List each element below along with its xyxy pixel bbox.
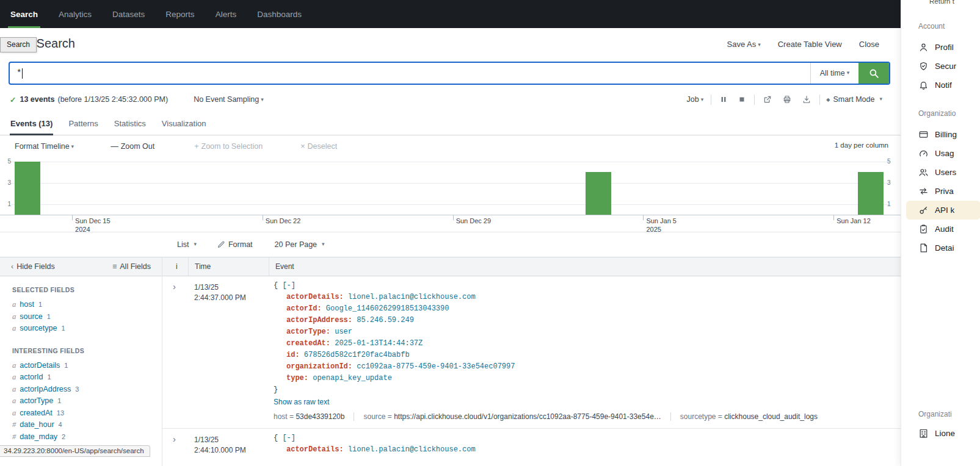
- expand-row-button[interactable]: ›: [173, 281, 176, 292]
- nav-item-search[interactable]: Search: [0, 0, 48, 28]
- minus-icon: —: [111, 142, 118, 151]
- field-item-actorid[interactable]: aactorId1: [12, 371, 162, 384]
- settings-item-notif[interactable]: Notif: [901, 76, 980, 95]
- return-link[interactable]: Return t: [929, 0, 954, 5]
- users-icon: [918, 167, 929, 177]
- tab-statistics[interactable]: Statistics: [106, 112, 154, 135]
- settings-item-usag[interactable]: Usag: [901, 144, 980, 163]
- field-link-date-mday[interactable]: date_mday: [20, 432, 57, 441]
- field-link-source[interactable]: source: [20, 312, 43, 321]
- search-input[interactable]: *: [10, 63, 810, 84]
- interesting-fields-list: aactorDetails1aactorId1aactorIpAddress3a…: [12, 360, 162, 443]
- meta-field-value[interactable]: https://api.clickhouse.cloud/v1/organiza…: [394, 412, 661, 421]
- page-header: New Search Save As▾ Create Table View Cl…: [0, 28, 901, 61]
- field-link-date-hour[interactable]: date_hour: [20, 420, 54, 429]
- chevron-left-icon: ‹: [11, 262, 13, 271]
- meta-field-value[interactable]: clickhouse_cloud_audit_logs: [724, 412, 818, 421]
- field-item-createdat[interactable]: acreatedAt13: [12, 407, 162, 420]
- plus-icon: +: [194, 142, 198, 151]
- create-table-view-button[interactable]: Create Table View: [778, 40, 842, 49]
- search-submit-button[interactable]: [858, 63, 889, 84]
- save-as-button[interactable]: Save As▾: [727, 40, 760, 49]
- browser-link-preview: 34.29.223.20:8000/en-US/app/search/searc…: [0, 445, 150, 457]
- nav-item-datasets[interactable]: Datasets: [102, 0, 155, 28]
- export-button[interactable]: [800, 93, 813, 106]
- settings-item-profil[interactable]: Profil: [901, 38, 980, 57]
- settings-item-priva[interactable]: Priva: [901, 182, 980, 201]
- json-field-line: type: openapi_key_update: [274, 373, 895, 384]
- hide-fields-button[interactable]: ‹Hide Fields: [11, 262, 55, 271]
- job-menu[interactable]: Job▾: [687, 95, 704, 104]
- settings-item-api-k[interactable]: API k: [906, 201, 980, 220]
- json-value: cc1092aa-8775-459e-9401-33e54ec07997: [352, 362, 515, 371]
- settings-item-billing[interactable]: Billing: [901, 125, 980, 144]
- share-button[interactable]: [761, 93, 774, 106]
- timeline-bar-1[interactable]: [586, 172, 611, 215]
- field-link-host[interactable]: host: [20, 300, 34, 309]
- fields-list: SELECTED FIELDS ahost1asource1asourcetyp…: [0, 276, 162, 443]
- format-timeline-dropdown[interactable]: Format Timeline▾: [15, 142, 74, 151]
- selected-fields-title: SELECTED FIELDS: [12, 286, 162, 293]
- field-item-actoripaddress[interactable]: aactorIpAddress3: [12, 384, 162, 396]
- tab-events-13[interactable]: Events (13): [2, 112, 60, 135]
- meta-field-source: source = https://api.clickhouse.cloud/v1…: [354, 412, 670, 421]
- nav-item-dashboards[interactable]: Dashboards: [247, 0, 312, 28]
- smart-mode-icon: ◆: [826, 97, 830, 102]
- print-button[interactable]: [780, 93, 794, 106]
- swap-icon: [918, 186, 929, 196]
- pause-job-button[interactable]: [717, 94, 730, 105]
- field-link-createdat[interactable]: createdAt: [20, 409, 53, 417]
- nav-item-alerts[interactable]: Alerts: [205, 0, 247, 28]
- field-link-actortype[interactable]: actorType: [20, 396, 53, 405]
- json-value: 85.246.59.249: [352, 316, 414, 324]
- meta-field-value[interactable]: 53de4339120b: [296, 412, 344, 421]
- field-item-actortype[interactable]: aactorType1: [12, 395, 162, 407]
- settings-item-audit[interactable]: Audit: [901, 220, 980, 238]
- event-sampling-dropdown[interactable]: No Event Sampling▾: [194, 95, 264, 104]
- settings-item-detai[interactable]: Detai: [901, 238, 980, 257]
- tab-patterns[interactable]: Patterns: [60, 112, 106, 135]
- settings-item-lione[interactable]: Lione: [901, 424, 980, 443]
- zoom-out-button[interactable]: —Zoom Out: [111, 142, 154, 151]
- field-item-sourcetype[interactable]: asourcetype1: [12, 323, 162, 335]
- json-field-line: actorDetails: lionel.palacin@clickhouse.…: [274, 292, 895, 303]
- time-range-picker[interactable]: All time ▾: [810, 63, 858, 84]
- event-row-0: ›1/13/252:44:37.000 PM{ [-]actorDetails:…: [162, 276, 901, 428]
- zoom-to-selection-button[interactable]: +Zoom to Selection: [194, 142, 263, 151]
- field-item-host[interactable]: ahost1: [12, 299, 162, 311]
- caret-down-icon: ▾: [701, 96, 704, 102]
- collapse-json-link[interactable]: [-]: [282, 434, 296, 442]
- field-item-date-hour[interactable]: #date_hour4: [12, 419, 162, 431]
- settings-item-users[interactable]: Users: [901, 163, 980, 182]
- field-link-actoripaddress[interactable]: actorIpAddress: [20, 385, 71, 393]
- nav-item-reports[interactable]: Reports: [155, 0, 205, 28]
- show-raw-text-link[interactable]: Show as raw text: [274, 398, 329, 406]
- collapse-json-link[interactable]: [-]: [282, 281, 296, 290]
- interesting-fields-title: INTERESTING FIELDS: [12, 347, 162, 354]
- field-link-actordetails[interactable]: actorDetails: [20, 361, 60, 370]
- nav-item-analytics[interactable]: Analytics: [48, 0, 102, 28]
- all-fields-button[interactable]: ≡All Fields: [112, 262, 151, 271]
- field-item-source[interactable]: asource1: [12, 311, 162, 323]
- field-link-sourcetype[interactable]: sourcetype: [20, 324, 57, 332]
- event-timeline-chart[interactable]: 113355Sun Dec 152024Sun Dec 22Sun Dec 29…: [0, 157, 901, 232]
- per-page-dropdown[interactable]: 20 Per Page▾: [275, 240, 325, 249]
- field-item-date-mday[interactable]: #date_mday2: [12, 431, 162, 443]
- json-key: actorDetails:: [286, 293, 344, 301]
- timeline-bar-0[interactable]: [15, 162, 40, 215]
- close-button[interactable]: Close: [859, 40, 879, 49]
- search-mode-dropdown[interactable]: ◆ Smart Mode ▾: [826, 95, 882, 104]
- download-icon: [802, 95, 811, 104]
- settings-item-secur[interactable]: Secur: [901, 57, 980, 76]
- share-icon: [763, 95, 772, 104]
- expand-row-button[interactable]: ›: [173, 434, 176, 444]
- field-item-actordetails[interactable]: aactorDetails1: [12, 360, 162, 372]
- stop-job-button[interactable]: [736, 94, 748, 105]
- tab-visualization[interactable]: Visualization: [154, 112, 214, 135]
- x-axis-tick: [72, 215, 73, 220]
- deselect-button[interactable]: ×Deselect: [300, 142, 337, 151]
- format-results-button[interactable]: Format: [217, 240, 253, 249]
- field-link-actorid[interactable]: actorId: [20, 373, 43, 381]
- list-view-dropdown[interactable]: List▾: [177, 240, 197, 249]
- timeline-bar-2[interactable]: [858, 172, 884, 215]
